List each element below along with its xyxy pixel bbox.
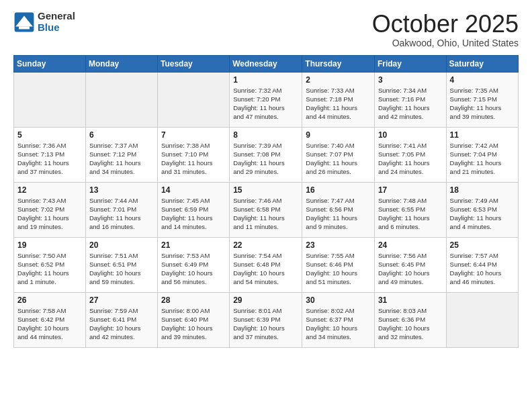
day-number: 12: [17, 185, 82, 195]
day-number: 23: [306, 240, 371, 250]
day-number: 18: [450, 185, 515, 195]
calendar-cell: 9Sunrise: 7:40 AM Sunset: 7:07 PM Daylig…: [302, 127, 375, 182]
weekday-saturday: Saturday: [446, 55, 518, 72]
day-info: Sunrise: 8:01 AM Sunset: 6:39 PM Dayligh…: [233, 306, 298, 342]
logo-icon: [13, 11, 35, 33]
day-number: 8: [233, 130, 298, 140]
day-info: Sunrise: 7:32 AM Sunset: 7:20 PM Dayligh…: [233, 86, 298, 122]
calendar-cell: [158, 72, 230, 127]
calendar-cell: 15Sunrise: 7:46 AM Sunset: 6:58 PM Dayli…: [230, 182, 302, 237]
calendar-cell: 19Sunrise: 7:50 AM Sunset: 6:52 PM Dayli…: [14, 237, 86, 292]
day-number: 20: [89, 240, 154, 250]
day-info: Sunrise: 7:46 AM Sunset: 6:58 PM Dayligh…: [233, 196, 298, 232]
day-info: Sunrise: 7:58 AM Sunset: 6:42 PM Dayligh…: [17, 306, 82, 342]
calendar-cell: 8Sunrise: 7:39 AM Sunset: 7:08 PM Daylig…: [230, 127, 302, 182]
calendar-cell: 18Sunrise: 7:49 AM Sunset: 6:53 PM Dayli…: [446, 182, 518, 237]
day-info: Sunrise: 7:57 AM Sunset: 6:44 PM Dayligh…: [450, 251, 515, 287]
calendar-cell: 5Sunrise: 7:36 AM Sunset: 7:13 PM Daylig…: [14, 127, 86, 182]
calendar-cell: 10Sunrise: 7:41 AM Sunset: 7:05 PM Dayli…: [374, 127, 446, 182]
day-info: Sunrise: 7:41 AM Sunset: 7:05 PM Dayligh…: [378, 141, 443, 177]
calendar-cell: 3Sunrise: 7:34 AM Sunset: 7:16 PM Daylig…: [374, 72, 446, 127]
day-number: 21: [161, 240, 226, 250]
day-info: Sunrise: 7:55 AM Sunset: 6:46 PM Dayligh…: [306, 251, 371, 287]
calendar-table: SundayMondayTuesdayWednesdayThursdayFrid…: [13, 55, 519, 348]
day-number: 16: [306, 185, 371, 195]
weekday-tuesday: Tuesday: [158, 55, 230, 72]
calendar-cell: 24Sunrise: 7:56 AM Sunset: 6:45 PM Dayli…: [374, 237, 446, 292]
logo: General Blue: [13, 11, 75, 33]
calendar-cell: 20Sunrise: 7:51 AM Sunset: 6:51 PM Dayli…: [85, 237, 157, 292]
day-number: 14: [161, 185, 226, 195]
calendar-cell: 30Sunrise: 8:02 AM Sunset: 6:37 PM Dayli…: [302, 292, 375, 347]
calendar-cell: [446, 292, 518, 347]
day-info: Sunrise: 7:44 AM Sunset: 7:01 PM Dayligh…: [89, 196, 154, 232]
week-row-2: 5Sunrise: 7:36 AM Sunset: 7:13 PM Daylig…: [14, 127, 519, 182]
day-info: Sunrise: 7:34 AM Sunset: 7:16 PM Dayligh…: [378, 86, 443, 122]
day-number: 30: [306, 295, 371, 305]
calendar-cell: 6Sunrise: 7:37 AM Sunset: 7:12 PM Daylig…: [85, 127, 157, 182]
calendar-cell: 23Sunrise: 7:55 AM Sunset: 6:46 PM Dayli…: [302, 237, 375, 292]
day-number: 13: [89, 185, 154, 195]
day-info: Sunrise: 7:59 AM Sunset: 6:41 PM Dayligh…: [89, 306, 154, 342]
day-number: 11: [450, 130, 515, 140]
calendar-cell: 25Sunrise: 7:57 AM Sunset: 6:44 PM Dayli…: [446, 237, 518, 292]
day-info: Sunrise: 8:00 AM Sunset: 6:40 PM Dayligh…: [161, 306, 226, 342]
day-number: 28: [161, 295, 226, 305]
title-block: October 2025 Oakwood, Ohio, United State…: [372, 11, 519, 48]
day-info: Sunrise: 7:36 AM Sunset: 7:13 PM Dayligh…: [17, 141, 82, 177]
title-month: October 2025: [372, 11, 519, 38]
day-info: Sunrise: 7:40 AM Sunset: 7:07 PM Dayligh…: [306, 141, 371, 177]
day-info: Sunrise: 8:03 AM Sunset: 6:36 PM Dayligh…: [378, 306, 443, 342]
day-info: Sunrise: 7:50 AM Sunset: 6:52 PM Dayligh…: [17, 251, 82, 287]
calendar-cell: 13Sunrise: 7:44 AM Sunset: 7:01 PM Dayli…: [85, 182, 157, 237]
calendar-cell: 4Sunrise: 7:35 AM Sunset: 7:15 PM Daylig…: [446, 72, 518, 127]
calendar-cell: 14Sunrise: 7:45 AM Sunset: 6:59 PM Dayli…: [158, 182, 230, 237]
day-info: Sunrise: 7:51 AM Sunset: 6:51 PM Dayligh…: [89, 251, 154, 287]
logo-text: General Blue: [38, 11, 75, 33]
day-info: Sunrise: 7:48 AM Sunset: 6:55 PM Dayligh…: [378, 196, 443, 232]
day-number: 10: [378, 130, 443, 140]
day-number: 27: [89, 295, 154, 305]
day-number: 2: [306, 75, 371, 85]
calendar-cell: 16Sunrise: 7:47 AM Sunset: 6:56 PM Dayli…: [302, 182, 375, 237]
day-info: Sunrise: 7:43 AM Sunset: 7:02 PM Dayligh…: [17, 196, 82, 232]
day-number: 9: [306, 130, 371, 140]
day-number: 7: [161, 130, 226, 140]
day-info: Sunrise: 7:39 AM Sunset: 7:08 PM Dayligh…: [233, 141, 298, 177]
calendar-cell: 29Sunrise: 8:01 AM Sunset: 6:39 PM Dayli…: [230, 292, 302, 347]
day-info: Sunrise: 7:38 AM Sunset: 7:10 PM Dayligh…: [161, 141, 226, 177]
week-row-4: 19Sunrise: 7:50 AM Sunset: 6:52 PM Dayli…: [14, 237, 519, 292]
day-number: 25: [450, 240, 515, 250]
day-info: Sunrise: 7:37 AM Sunset: 7:12 PM Dayligh…: [89, 141, 154, 177]
day-info: Sunrise: 8:02 AM Sunset: 6:37 PM Dayligh…: [306, 306, 371, 342]
day-number: 19: [17, 240, 82, 250]
day-info: Sunrise: 7:45 AM Sunset: 6:59 PM Dayligh…: [161, 196, 226, 232]
day-number: 17: [378, 185, 443, 195]
day-number: 31: [378, 295, 443, 305]
day-number: 3: [378, 75, 443, 85]
day-number: 26: [17, 295, 82, 305]
weekday-header-row: SundayMondayTuesdayWednesdayThursdayFrid…: [14, 55, 519, 72]
calendar-cell: 28Sunrise: 8:00 AM Sunset: 6:40 PM Dayli…: [158, 292, 230, 347]
day-info: Sunrise: 7:42 AM Sunset: 7:04 PM Dayligh…: [450, 141, 515, 177]
weekday-wednesday: Wednesday: [230, 55, 302, 72]
calendar-cell: 21Sunrise: 7:53 AM Sunset: 6:49 PM Dayli…: [158, 237, 230, 292]
calendar-cell: 12Sunrise: 7:43 AM Sunset: 7:02 PM Dayli…: [14, 182, 86, 237]
week-row-1: 1Sunrise: 7:32 AM Sunset: 7:20 PM Daylig…: [14, 72, 519, 127]
calendar-cell: [14, 72, 86, 127]
day-number: 29: [233, 295, 298, 305]
svg-rect-2: [19, 26, 30, 29]
day-number: 24: [378, 240, 443, 250]
calendar-cell: 17Sunrise: 7:48 AM Sunset: 6:55 PM Dayli…: [374, 182, 446, 237]
week-row-5: 26Sunrise: 7:58 AM Sunset: 6:42 PM Dayli…: [14, 292, 519, 347]
calendar-cell: 2Sunrise: 7:33 AM Sunset: 7:18 PM Daylig…: [302, 72, 375, 127]
calendar-cell: 27Sunrise: 7:59 AM Sunset: 6:41 PM Dayli…: [85, 292, 157, 347]
weekday-sunday: Sunday: [14, 55, 86, 72]
day-info: Sunrise: 7:53 AM Sunset: 6:49 PM Dayligh…: [161, 251, 226, 287]
title-location: Oakwood, Ohio, United States: [372, 38, 519, 48]
logo-blue: Blue: [38, 22, 75, 34]
day-number: 1: [233, 75, 298, 85]
weekday-monday: Monday: [85, 55, 157, 72]
calendar-cell: 31Sunrise: 8:03 AM Sunset: 6:36 PM Dayli…: [374, 292, 446, 347]
day-info: Sunrise: 7:35 AM Sunset: 7:15 PM Dayligh…: [450, 86, 515, 122]
